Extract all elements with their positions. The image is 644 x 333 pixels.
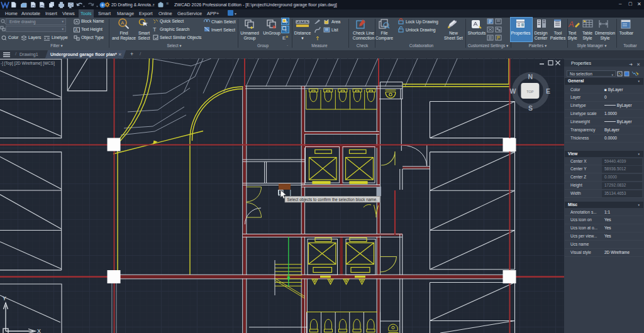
svg-text:TOP: TOP — [526, 90, 534, 94]
svg-text:-] [Top] [2D Wireframe] [WCS]: -] [Top] [2D Wireframe] [WCS] — [1, 61, 55, 66]
svg-text:A: A — [121, 20, 125, 26]
svg-text:X: X — [37, 328, 41, 333]
svg-text:Y: Y — [3, 295, 6, 302]
svg-text:Select objects to confirm the: Select objects to confirm the selection … — [287, 197, 378, 202]
svg-text:T: T — [153, 26, 157, 32]
svg-text:W: W — [510, 87, 516, 95]
svg-text:S: S — [528, 104, 533, 112]
svg-text:N: N — [528, 73, 533, 80]
svg-text:E: E — [282, 35, 286, 41]
svg-text:A: A — [75, 28, 78, 32]
svg-text:c: c — [285, 28, 287, 32]
svg-text:A: A — [569, 19, 574, 29]
svg-text:E: E — [546, 87, 550, 95]
